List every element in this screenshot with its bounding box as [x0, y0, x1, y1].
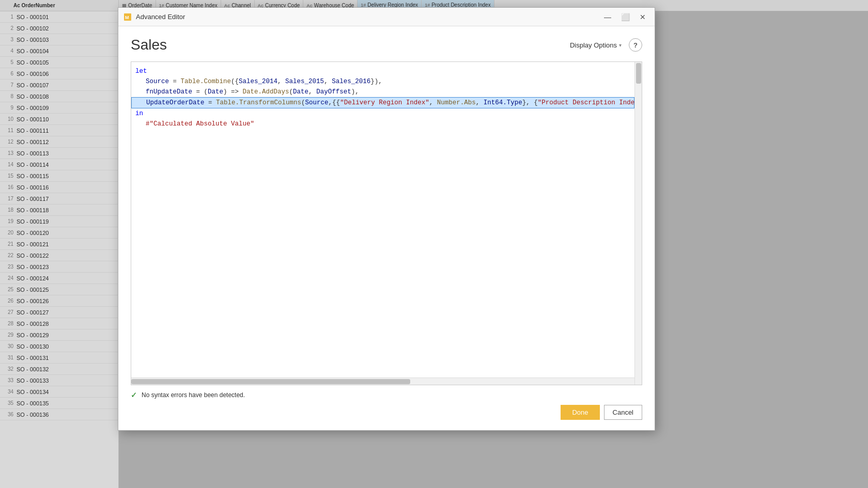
minimize-button[interactable]: —: [601, 11, 614, 23]
close-button[interactable]: ✕: [636, 11, 649, 23]
cancel-button[interactable]: Cancel: [604, 405, 642, 420]
code-source-ref: Source: [305, 98, 329, 108]
code-date-adddays: Date.AddDays: [243, 87, 289, 97]
code-updateorderdate: UpdateOrderDate: [146, 98, 205, 108]
horizontal-scrollbar[interactable]: [131, 377, 634, 385]
dialog-header-row: Sales Display Options ▾ ?: [131, 37, 642, 53]
code-delivery-str: "Delivery Region Index": [340, 98, 429, 108]
display-options-label: Display Options: [570, 41, 617, 49]
code-table-combine: Table.Combine: [181, 76, 231, 87]
horizontal-scrollbar-thumb[interactable]: [131, 379, 410, 384]
code-line-2: Source = Table.Combine ({ Sales_2014 , S…: [131, 76, 634, 87]
dialog-footer: Done Cancel: [131, 405, 642, 422]
close-icon: ✕: [640, 13, 646, 21]
advanced-editor-dialog: M Advanced Editor — ⬜ ✕ Sales Display Op…: [118, 7, 655, 431]
done-button[interactable]: Done: [561, 405, 599, 420]
code-line-4-highlighted: UpdateOrderDate = Table.TransformColumns…: [131, 97, 634, 108]
status-check-icon: ✓: [131, 390, 137, 400]
display-options-button[interactable]: Display Options ▾: [567, 39, 625, 51]
code-number-abs: Number.Abs: [437, 98, 476, 108]
code-date-arg: Date: [293, 87, 308, 97]
code-line-1: let: [131, 66, 634, 76]
code-sales-2014: Sales_2014: [239, 76, 277, 87]
vertical-scrollbar[interactable]: [634, 62, 642, 385]
code-source-id: Source: [146, 76, 169, 87]
code-editor-scroll: let Source = Table.Combine ({ Sales_2014…: [131, 62, 634, 385]
code-area[interactable]: let Source = Table.Combine ({ Sales_2014…: [131, 62, 634, 377]
query-name-title: Sales: [131, 37, 167, 53]
dialog-body: Sales Display Options ▾ ? let: [118, 26, 655, 430]
code-dayoffset: DayOffset: [316, 87, 351, 97]
maximize-icon: ⬜: [621, 13, 630, 21]
status-text: No syntax errors have been detected.: [142, 391, 245, 399]
dialog-title: Advanced Editor: [136, 13, 597, 21]
dialog-header-actions: Display Options ▾ ?: [567, 38, 642, 52]
code-int64-type: Int64.Type: [484, 98, 522, 108]
code-sales-2016: Sales_2016: [332, 76, 370, 87]
powerquery-icon: M: [123, 13, 132, 21]
code-line-3: fnUpdateDate = ( Date ) => Date.AddDays …: [131, 87, 634, 97]
code-line-6: #"Calculated Absolute Value": [131, 119, 634, 129]
dialog-status-bar: ✓ No syntax errors have been detected.: [131, 385, 642, 405]
maximize-button[interactable]: ⬜: [618, 11, 632, 23]
dialog-titlebar: M Advanced Editor — ⬜ ✕: [118, 8, 655, 26]
code-line-5: in: [131, 108, 634, 119]
code-transform-columns: Table.TransformColumns: [216, 98, 301, 108]
help-icon: ?: [633, 41, 638, 49]
code-keyword-in: in: [135, 108, 143, 119]
code-date-param: Date: [208, 87, 223, 97]
minimize-icon: —: [604, 13, 611, 21]
vertical-scrollbar-thumb[interactable]: [636, 63, 641, 84]
code-keyword-let: let: [135, 66, 147, 76]
code-calculated-str: #"Calculated Absolute Value": [146, 119, 254, 129]
help-button[interactable]: ?: [629, 38, 642, 52]
svg-text:M: M: [125, 15, 129, 20]
code-product-str: "Product Description Index": [538, 98, 634, 108]
code-sales-2015: Sales_2015: [285, 76, 324, 87]
code-editor-container[interactable]: let Source = Table.Combine ({ Sales_2014…: [131, 61, 642, 385]
code-fnupdate-id: fnUpdateDate: [146, 87, 192, 97]
display-options-chevron: ▾: [619, 42, 622, 48]
